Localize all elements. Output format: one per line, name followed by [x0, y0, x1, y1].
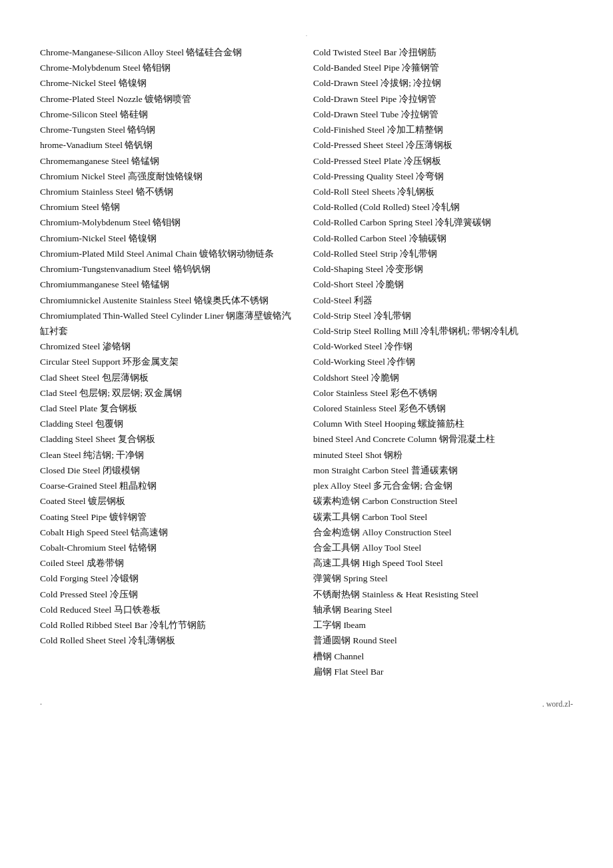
list-item: Chrome-Nickel Steel 铬镍钢 [40, 75, 300, 91]
list-item: Clad Steel 包层钢; 双层钢; 双金属钢 [40, 385, 300, 401]
list-item: Cold-Rolled (Cold Rolled) Steel 冷轧钢 [313, 199, 573, 215]
footer: · . word.zl- [40, 699, 573, 709]
list-item: Chrome-Plated Steel Nozzle 镀铬钢喷管 [40, 91, 300, 107]
list-item: Cold-Rolled Steel Strip 冷轧带钢 [313, 246, 573, 261]
columns: Chrome-Manganese-Silicon Alloy Steel 铬锰硅… [40, 45, 573, 679]
list-item: Cold Rolled Sheet Steel 冷轧薄钢板 [40, 633, 300, 648]
list-item: 槽钢 Channel [313, 649, 573, 664]
dot-top: · [40, 32, 573, 39]
list-item: Cold Pressed Steel 冷压钢 [40, 587, 300, 602]
list-item: Chrome-Silicon Steel 铬硅钢 [40, 107, 300, 122]
list-item: Chromiummanganese Steel 铬锰钢 [40, 277, 300, 292]
list-item: Chromium Steel 铬钢 [40, 199, 300, 215]
list-item: 普通圆钢 Round Steel [313, 633, 573, 648]
list-item: Cold-Worked Steel 冷作钢 [313, 339, 573, 354]
list-item: Cobalt-Chromium Steel 钴铬钢 [40, 540, 300, 555]
list-item: Cold-Shaping Steel 冷变形钢 [313, 261, 573, 277]
list-item: Chromemanganese Steel 铬锰钢 [40, 153, 300, 169]
footer-left: · [40, 699, 42, 709]
list-item: Chrome-Manganese-Silicon Alloy Steel 铬锰硅… [40, 45, 300, 60]
list-item: Cold Rolled Ribbed Steel Bar 冷轧竹节钢筋 [40, 617, 300, 633]
list-item: hrome-Vanadium Steel 铬钒钢 [40, 137, 300, 153]
list-item: Chrome-Tungsten Steel 铬钨钢 [40, 122, 300, 137]
list-item: Colored Stainless Steel 彩色不锈钢 [313, 401, 573, 416]
list-item: Chromium Nickel Steel 高强度耐蚀铬镍钢 [40, 169, 300, 184]
list-item: minuted Steel Shot 钢粉 [313, 447, 573, 463]
list-item: Chromium-Molybdenum Steel 铬钼钢 [40, 215, 300, 230]
list-item: Cold-Strip Steel 冷轧带钢 [313, 308, 573, 323]
list-item: Cold-Pressing Quality Steel 冷弯钢 [313, 169, 573, 184]
list-item: Cold-Working Steel 冷作钢 [313, 354, 573, 369]
list-item: Cold Twisted Steel Bar 冷扭钢筋 [313, 45, 573, 60]
list-item: 合金工具钢 Alloy Tool Steel [313, 540, 573, 555]
list-item: Chrome-Molybdenum Steel 铬钼钢 [40, 60, 300, 75]
list-item: 碳素工具钢 Carbon Tool Steel [313, 509, 573, 525]
list-item: 轴承钢 Bearing Steel [313, 602, 573, 617]
list-item: Cladding Steel 包覆钢 [40, 416, 300, 431]
list-item: Cold Forging Steel 冷锻钢 [40, 571, 300, 586]
list-item: Cold-Steel 利器 [313, 293, 573, 308]
list-item: Chromiumnickel Austenite Stainless Steel… [40, 293, 300, 308]
list-item: Clad Steel Plate 复合钢板 [40, 401, 300, 416]
list-item: Chromiumplated Thin-Walled Steel Cylinde… [40, 308, 300, 339]
list-item: Clad Sheet Steel 包层薄钢板 [40, 370, 300, 385]
list-item: Chromium-Nickel Steel 铬镍钢 [40, 231, 300, 246]
list-item: Coarse-Grained Steel 粗晶粒钢 [40, 478, 300, 493]
list-item: Column With Steel Hooping 螺旋箍筋柱 [313, 416, 573, 431]
list-item: Cold-Pressed Sheet Steel 冷压薄钢板 [313, 137, 573, 153]
list-item: 高速工具钢 High Speed Tool Steel [313, 555, 573, 571]
list-item: Cold-Drawn Steel Tube 冷拉钢管 [313, 107, 573, 122]
list-item: Cold-Strip Steel Rolling Mill 冷轧带钢机; 带钢冷… [313, 323, 573, 339]
list-item: Cold-Banded Steel Pipe 冷箍钢管 [313, 60, 573, 75]
list-item: Coldshort Steel 冷脆钢 [313, 370, 573, 385]
list-item: Coiled Steel 成卷带钢 [40, 555, 300, 571]
list-item: Cold-Drawn Steel 冷拔钢; 冷拉钢 [313, 75, 573, 91]
list-item: Closed Die Steel 闭锻模钢 [40, 463, 300, 478]
list-item: Chromium-Tungstenvanadium Steel 铬钨钒钢 [40, 261, 300, 277]
list-item: 不锈耐热钢 Stainless & Heat Resisting Steel [313, 587, 573, 602]
list-item: Cold Reduced Steel 马口铁卷板 [40, 602, 300, 617]
list-item: Chromium-Plated Mild Steel Animal Chain … [40, 246, 300, 261]
list-item: Cold-Drawn Steel Pipe 冷拉钢管 [313, 91, 573, 107]
list-item: Cold-Rolled Carbon Steel 冷轴碳钢 [313, 231, 573, 246]
left-column: Chrome-Manganese-Silicon Alloy Steel 铬锰硅… [40, 45, 306, 679]
list-item: Color Stainless Steel 彩色不锈钢 [313, 385, 573, 401]
list-item: plex Alloy Steel 多元合金钢; 合金钢 [313, 478, 573, 493]
list-item: Chromium Stainless Steel 铬不锈钢 [40, 184, 300, 199]
list-item: Coated Steel 镀层钢板 [40, 493, 300, 509]
list-item: Cold-Pressed Steel Plate 冷压钢板 [313, 153, 573, 169]
list-item: 弹簧钢 Spring Steel [313, 571, 573, 586]
list-item: Cobalt High Speed Steel 钴高速钢 [40, 525, 300, 540]
list-item: 扁钢 Flat Steel Bar [313, 664, 573, 679]
right-column: Cold Twisted Steel Bar 冷扭钢筋Cold-Banded S… [306, 45, 573, 679]
list-item: Cold-Finished Steel 冷加工精整钢 [313, 122, 573, 137]
list-item: 工字钢 Ibeam [313, 617, 573, 633]
list-item: 碳素构造钢 Carbon Construction Steel [313, 493, 573, 509]
list-item: Cold-Rolled Carbon Spring Steel 冷轧弹簧碳钢 [313, 215, 573, 230]
page: · Chrome-Manganese-Silicon Alloy Steel 铬… [40, 32, 573, 709]
list-item: Cladding Steel Sheet 复合钢板 [40, 431, 300, 447]
list-item: Cold-Short Steel 冷脆钢 [313, 277, 573, 292]
list-item: mon Straight Carbon Steel 普通碳素钢 [313, 463, 573, 478]
list-item: Clean Steel 纯洁钢; 干净钢 [40, 447, 300, 463]
list-item: Circular Steel Support 环形金属支架 [40, 354, 300, 369]
list-item: bined Steel And Concrete Column 钢骨混凝土柱 [313, 431, 573, 447]
list-item: Coating Steel Pipe 镀锌钢管 [40, 509, 300, 525]
list-item: Chromized Steel 渗铬钢 [40, 339, 300, 354]
footer-right: . word.zl- [542, 699, 573, 709]
list-item: 合金构造钢 Alloy Construction Steel [313, 525, 573, 540]
list-item: Cold-Roll Steel Sheets 冷轧钢板 [313, 184, 573, 199]
